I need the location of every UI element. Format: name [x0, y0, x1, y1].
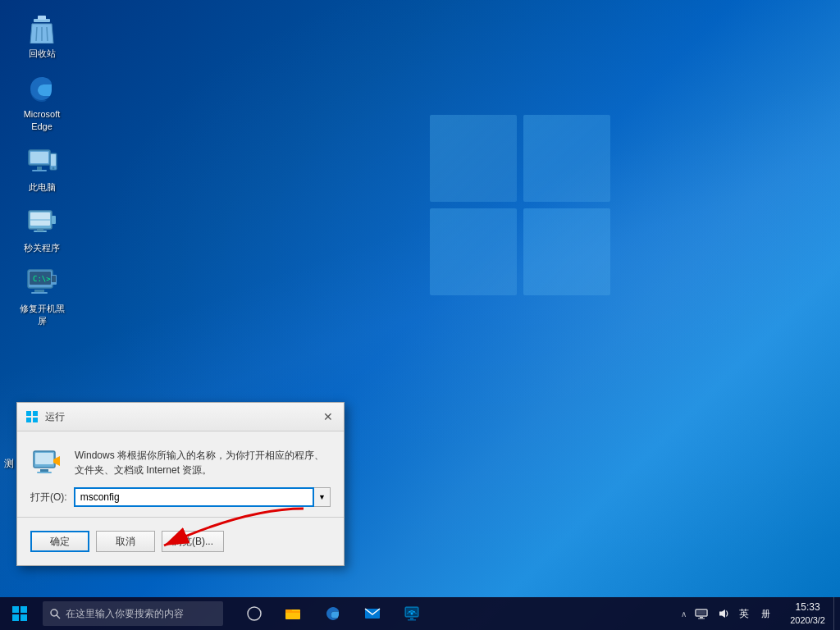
svg-rect-31 — [40, 469, 48, 472]
svg-rect-6 — [30, 152, 48, 163]
svg-rect-14 — [30, 219, 50, 221]
this-pc-label: 此电脑 — [29, 181, 56, 193]
svg-text:C:\>: C:\> — [33, 275, 51, 283]
svg-rect-24 — [52, 276, 56, 282]
svg-rect-34 — [12, 606, 19, 613]
taskbar: 在这里输入你要搜索的内容 — [0, 597, 840, 630]
taskbar-file-explorer[interactable] — [276, 597, 312, 630]
taskbar-mail[interactable] — [354, 597, 390, 630]
svg-line-4 — [47, 27, 48, 41]
ime-language-indicator[interactable]: 英 — [734, 597, 754, 630]
run-dialog: 运行 ✕ Windows 将根据你所输入的名称，为你打开相应的程序、 文件夹、文… — [16, 402, 345, 566]
taskbar-clock[interactable]: 15:33 2020/3/2 — [782, 597, 833, 630]
tray-network-icon[interactable] — [692, 597, 711, 630]
taskbar-network[interactable] — [394, 597, 430, 630]
svg-rect-7 — [37, 167, 42, 170]
svg-rect-35 — [21, 606, 27, 613]
run-cancel-button[interactable]: 取消 — [96, 531, 155, 552]
svg-rect-1 — [38, 16, 46, 20]
ime-lang-text: 英 — [739, 607, 749, 621]
search-icon — [49, 608, 61, 619]
clock-time: 15:33 — [796, 601, 820, 614]
recycle-bin-icon[interactable]: 回收站 — [12, 8, 71, 62]
start-button[interactable] — [0, 597, 39, 630]
ime-mode-text: 册 — [761, 608, 770, 620]
svg-rect-51 — [697, 611, 706, 615]
taskbar-pinned-apps — [236, 597, 430, 630]
tray-expand-icon[interactable]: ∧ — [678, 609, 690, 619]
svg-rect-21 — [34, 290, 44, 292]
run-dialog-content: Windows 将根据你所输入的名称，为你打开相应的程序、 文件夹、文档或 In… — [17, 431, 344, 565]
svg-rect-27 — [26, 418, 31, 422]
desktop: 回收站 MicrosoftEdge — [0, 0, 840, 630]
run-dropdown-button[interactable]: ▼ — [314, 487, 331, 507]
quick-program-icon[interactable]: 秒关程序 — [12, 203, 71, 257]
quick-program-label: 秒关程序 — [24, 242, 60, 253]
this-pc-icon[interactable]: 此电脑 — [12, 142, 71, 196]
svg-rect-10 — [51, 154, 56, 166]
svg-rect-52 — [700, 617, 703, 619]
taskbar-edge[interactable] — [315, 597, 351, 630]
run-dialog-titlebar: 运行 ✕ — [17, 403, 344, 431]
svg-rect-26 — [33, 411, 38, 416]
repair-screen-icon[interactable]: C:\> 修复开机黑屏 — [12, 263, 71, 330]
run-dialog-close-button[interactable]: ✕ — [321, 409, 336, 424]
svg-point-49 — [411, 613, 413, 615]
svg-rect-53 — [698, 619, 705, 619]
recycle-bin-label: 回收站 — [29, 48, 56, 59]
svg-point-38 — [51, 609, 57, 616]
edge-icon[interactable]: MicrosoftEdge — [12, 69, 71, 135]
svg-point-11 — [52, 167, 55, 169]
svg-rect-25 — [26, 411, 31, 416]
taskbar-search-text: 在这里输入你要搜索的内容 — [66, 607, 184, 621]
task-view-button[interactable] — [236, 597, 272, 630]
show-desktop-button[interactable] — [833, 597, 840, 630]
left-edge-label: 测 — [0, 447, 17, 454]
svg-rect-30 — [35, 453, 53, 464]
run-ok-button[interactable]: 确定 — [30, 531, 89, 552]
run-dialog-buttons: 确定 取消 浏览(B)... — [30, 527, 331, 552]
run-dialog-header: Windows 将根据你所输入的名称，为你打开相应的程序、 文件夹、文档或 In… — [30, 445, 331, 477]
repair-screen-image: C:\> — [25, 267, 58, 299]
ime-mode-indicator[interactable]: 册 — [756, 597, 775, 630]
svg-rect-37 — [21, 614, 27, 621]
svg-rect-36 — [12, 614, 19, 621]
taskbar-right-area: ∧ — [671, 597, 840, 630]
edge-image — [25, 72, 58, 105]
run-title-icon — [25, 410, 39, 423]
run-dialog-description: Windows 将根据你所输入的名称，为你打开相应的程序、 文件夹、文档或 In… — [75, 445, 331, 477]
svg-rect-16 — [37, 229, 43, 231]
svg-point-40 — [248, 607, 261, 620]
run-header-icon — [30, 445, 63, 477]
run-browse-button[interactable]: 浏览(B)... — [162, 531, 224, 552]
svg-rect-28 — [33, 418, 38, 422]
svg-rect-47 — [410, 618, 413, 619]
taskbar-search-bar[interactable]: 在这里输入你要搜索的内容 — [43, 601, 223, 626]
svg-rect-17 — [52, 216, 56, 224]
desktop-icons-container: 回收站 MicrosoftEdge — [12, 8, 71, 330]
repair-screen-label: 修复开机黑屏 — [16, 303, 68, 326]
recycle-bin-image — [25, 11, 58, 44]
tray-icons: ∧ — [671, 597, 782, 630]
this-pc-image — [25, 145, 58, 178]
svg-rect-8 — [32, 170, 47, 171]
edge-label: MicrosoftEdge — [24, 108, 61, 132]
svg-rect-22 — [31, 292, 48, 294]
svg-line-2 — [36, 27, 37, 41]
svg-rect-32 — [37, 472, 52, 473]
run-input-row: 打开(O): ▼ — [30, 487, 331, 507]
run-dialog-title: 运行 — [45, 410, 65, 424]
run-title-left: 运行 — [25, 410, 65, 424]
clock-date: 2020/3/2 — [790, 614, 825, 626]
svg-rect-43 — [285, 611, 300, 613]
windows-logo-background — [430, 115, 692, 377]
svg-line-39 — [57, 615, 60, 619]
svg-rect-48 — [408, 619, 416, 621]
quick-program-image — [25, 206, 58, 239]
run-input-field[interactable] — [74, 487, 314, 507]
run-dialog-divider — [17, 517, 344, 518]
run-input-wrapper: ▼ — [74, 487, 331, 507]
run-input-label: 打开(O): — [30, 491, 67, 504]
tray-volume-icon[interactable] — [713, 597, 733, 630]
